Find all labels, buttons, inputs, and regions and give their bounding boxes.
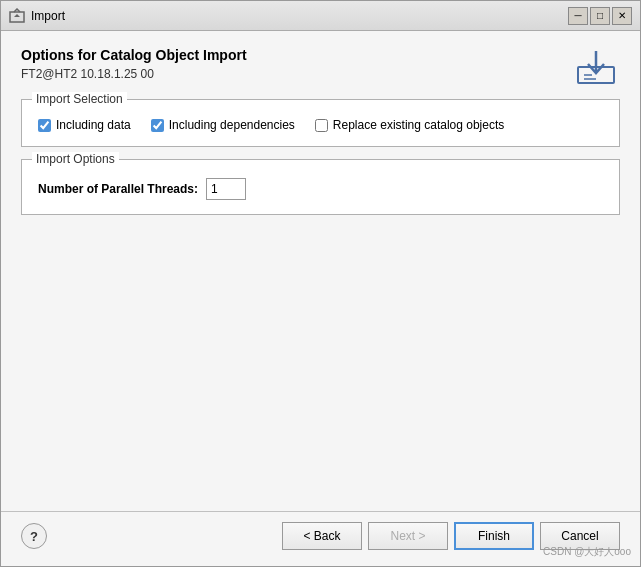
- header-icon: [572, 47, 620, 87]
- including-data-label: Including data: [56, 118, 131, 132]
- spacer: [21, 227, 620, 511]
- including-data-checkbox[interactable]: [38, 119, 51, 132]
- next-button[interactable]: Next >: [368, 522, 448, 550]
- title-bar-left: Import: [9, 8, 65, 24]
- content-area: Options for Catalog Object Import FT2@HT…: [1, 31, 640, 566]
- header-row: Options for Catalog Object Import FT2@HT…: [21, 47, 620, 87]
- including-data-checkbox-item[interactable]: Including data: [38, 118, 131, 132]
- window-title: Import: [31, 9, 65, 23]
- finish-button[interactable]: Finish: [454, 522, 534, 550]
- import-options-label: Import Options: [32, 152, 119, 166]
- title-controls: ─ □ ✕: [568, 7, 632, 25]
- including-dependencies-checkbox-item[interactable]: Including dependencies: [151, 118, 295, 132]
- checkbox-row: Including data Including dependencies Re…: [38, 118, 603, 132]
- header-text: Options for Catalog Object Import FT2@HT…: [21, 47, 247, 81]
- including-dependencies-label: Including dependencies: [169, 118, 295, 132]
- bottom-bar: ? < Back Next > Finish Cancel: [21, 522, 620, 554]
- threads-label: Number of Parallel Threads:: [38, 182, 198, 196]
- maximize-button[interactable]: □: [590, 7, 610, 25]
- close-button[interactable]: ✕: [612, 7, 632, 25]
- replace-existing-label: Replace existing catalog objects: [333, 118, 504, 132]
- replace-existing-checkbox[interactable]: [315, 119, 328, 132]
- back-button[interactable]: < Back: [282, 522, 362, 550]
- page-title: Options for Catalog Object Import: [21, 47, 247, 63]
- help-button[interactable]: ?: [21, 523, 47, 549]
- window-icon: [9, 8, 25, 24]
- options-row: Number of Parallel Threads:: [38, 178, 603, 200]
- minimize-button[interactable]: ─: [568, 7, 588, 25]
- title-bar: Import ─ □ ✕: [1, 1, 640, 31]
- import-icon: [576, 49, 616, 85]
- import-selection-section: Import Selection Including data Includin…: [21, 99, 620, 147]
- import-selection-label: Import Selection: [32, 92, 127, 106]
- cancel-button[interactable]: Cancel: [540, 522, 620, 550]
- threads-input[interactable]: [206, 178, 246, 200]
- including-dependencies-checkbox[interactable]: [151, 119, 164, 132]
- button-group: < Back Next > Finish Cancel: [282, 522, 620, 550]
- page-subtitle: FT2@HT2 10.18.1.25 00: [21, 67, 247, 81]
- import-window: Import ─ □ ✕ Options for Catalog Object …: [0, 0, 641, 567]
- import-options-section: Import Options Number of Parallel Thread…: [21, 159, 620, 215]
- separator: [1, 511, 640, 512]
- replace-existing-checkbox-item[interactable]: Replace existing catalog objects: [315, 118, 504, 132]
